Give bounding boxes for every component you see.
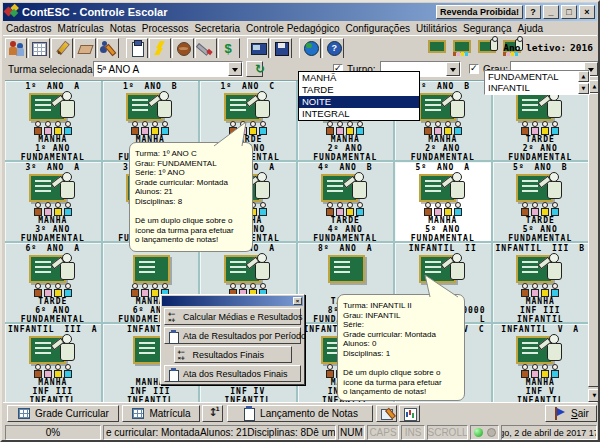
tooltip-turma-1anoC: Turma: 1º ANO CGrau: FUNDAMENTALSérie: 1… — [129, 142, 253, 252]
menu-item-controle-pedagogico[interactable]: Controle Pedagógico — [243, 23, 342, 34]
lancamento-de-notas-button[interactable]: Lançamento de Notas — [227, 405, 373, 422]
pencil-button[interactable] — [51, 38, 73, 59]
ata-de-resultados-por-periodo-button[interactable]: Ata de Resultados por Período — [164, 327, 301, 344]
student-icon — [44, 202, 52, 215]
turma-cell-5-ano-a[interactable]: 5º ANO AMANHÃ5º ANOFUNDAMENTAL — [395, 162, 491, 241]
student-icon — [34, 121, 42, 134]
menu-item-notas[interactable]: Notas — [107, 23, 139, 34]
students-row — [493, 364, 589, 378]
menu-item-matriculas[interactable]: Matrículas — [55, 23, 107, 34]
students-row — [395, 202, 491, 216]
reports-button[interactable] — [399, 405, 420, 422]
chevron-down-icon[interactable] — [228, 62, 242, 76]
tooltip-line: Disciplinas: 1 — [343, 349, 459, 359]
turma-cell-1-ano-a[interactable]: 1º ANO AMANHÃ1º ANOFUNDAMENTAL — [5, 81, 101, 160]
chalkboard-icon — [133, 255, 170, 283]
menu-item-seguranca[interactable]: Segurança — [460, 23, 514, 34]
grade-curricular-button[interactable]: Grade Curricular — [7, 405, 119, 422]
person-edit-button[interactable] — [97, 38, 119, 59]
sair-button[interactable]: Sair — [545, 405, 597, 422]
toolbox-title-bar[interactable]: × — [162, 296, 303, 306]
turma-cell-infantil-iii-a[interactable]: INFANTIL III AMANHÃINF IIIINFANTIL — [5, 324, 101, 403]
lightning-button[interactable] — [149, 38, 171, 59]
student-icon — [54, 364, 62, 377]
menu-item-configuracoes[interactable]: Configurações — [343, 23, 413, 34]
revenda-proibida-button[interactable]: Revenda Proibida! — [436, 5, 523, 19]
student-icon — [424, 202, 432, 215]
scrollbar-thumb[interactable] — [588, 93, 600, 387]
turno-option-tarde[interactable]: TARDE — [299, 84, 419, 96]
menu-item-cadastros[interactable]: Cadastros — [3, 23, 55, 34]
turno-option-manha[interactable]: MANHÃ — [299, 72, 419, 84]
matricula-button[interactable]: Matrícula — [122, 405, 200, 422]
turma-cell-4-ano-b[interactable]: 4º ANO BTARDE4º ANOFUNDAMENTAL — [298, 162, 394, 241]
ata-dos-resultados-finais-button[interactable]: Ata dos Resultados Finais — [164, 365, 301, 382]
tooltip-line: Dê um duplo clique sobre o — [135, 216, 247, 226]
turma-combobox[interactable]: 5ª ANO A — [93, 61, 243, 77]
turno-option-integral[interactable]: INTEGRAL — [299, 108, 419, 120]
person-edit-icon — [100, 40, 117, 57]
world-button[interactable] — [299, 38, 321, 59]
grau-option-fundamental[interactable]: FUNDAMENTAL — [485, 71, 578, 82]
maximize-button[interactable]: □ — [561, 5, 577, 19]
clipboard-icon — [242, 407, 256, 420]
tooltip-tail — [208, 120, 250, 147]
student-icon — [356, 121, 364, 134]
eraser-button[interactable] — [74, 38, 96, 59]
menu-item-secretaria[interactable]: Secretaria — [192, 23, 244, 34]
grau-list-scrollbar[interactable]: ▲ ▼ — [578, 71, 589, 94]
student-icon — [521, 202, 529, 215]
menu-item-utilitarios[interactable]: Utilitários — [413, 23, 460, 34]
menu-item-ajuda[interactable]: Ajuda — [514, 23, 546, 34]
clipboard-button[interactable] — [126, 38, 148, 59]
ins-indicator: INS — [401, 425, 425, 440]
turma-cell-line: TARDE — [298, 216, 394, 225]
help-button[interactable] — [322, 38, 344, 59]
menu-item-processos[interactable]: Processos — [139, 23, 192, 34]
close-button[interactable]: × — [579, 5, 595, 19]
turma-cell-6-ano-a[interactable]: 6º ANO ATARDE6º ANOFUNDAMENTAL — [5, 243, 101, 322]
lancamento-label: Lançamento de Notas — [260, 408, 358, 419]
globe-brown-button[interactable] — [172, 38, 194, 59]
teacher-body — [60, 181, 75, 199]
chevron-down-icon[interactable] — [446, 62, 460, 76]
resultados-finais-button[interactable]: Resultados Finais — [174, 346, 292, 363]
menu-bar: CadastrosMatrículasNotasProcessosSecreta… — [3, 21, 597, 35]
table-button[interactable] — [28, 38, 50, 59]
grid-scrollbar[interactable]: ▲ ▼ — [588, 80, 600, 402]
turma-cell-line: MANHÃ — [5, 216, 101, 225]
brush-button[interactable] — [195, 38, 217, 59]
help-titlebar-button[interactable]: ? — [525, 5, 541, 19]
save-button[interactable] — [270, 38, 292, 59]
people-icon — [8, 40, 25, 57]
turma-cell-infantil-v-a[interactable]: INFANTIL V AMANHÃINF VINFANTIL — [493, 324, 589, 403]
grau-checkbox[interactable] — [469, 64, 479, 74]
turno-option-noite[interactable]: NOITE — [299, 96, 419, 108]
app-window: ContESC - Controle Escolar Revenda Proib… — [0, 0, 600, 442]
grau-option-infantil[interactable]: INFANTIL — [485, 82, 578, 93]
board-teacher-icon — [513, 92, 567, 120]
turma-cell-infantil-iii-b[interactable]: INFANTIL III BMANHÃINF IIIINFANTIL — [493, 243, 589, 322]
dollar-button[interactable] — [218, 38, 240, 59]
turma-cell-label: 6º ANO A — [25, 244, 80, 254]
student-icon — [444, 202, 452, 215]
sort-button[interactable] — [202, 405, 223, 422]
student-icon — [64, 121, 72, 134]
calcular-medias-e-resultados-button[interactable]: Calcular Médias e Resultados — [164, 308, 301, 325]
scroll-down-icon[interactable]: ▼ — [578, 83, 589, 94]
minimize-button[interactable]: _ — [543, 5, 559, 19]
quick-edit-button[interactable] — [376, 405, 397, 422]
students-row — [298, 202, 394, 216]
turma-cell-5-ano-b[interactable]: 5º ANO BTARDE5º ANOFUNDAMENTAL — [493, 162, 589, 241]
scroll-down-icon[interactable]: ▼ — [588, 389, 600, 402]
people-button[interactable] — [5, 38, 27, 59]
tooltip-turma-lines: Turma: 1º ANO CGrau: FUNDAMENTALSérie: 1… — [135, 149, 247, 245]
close-icon[interactable]: × — [293, 297, 302, 305]
refresh-button[interactable] — [246, 61, 263, 77]
calculator-button[interactable] — [247, 38, 269, 59]
grid-icon — [131, 407, 145, 420]
tooltip-line — [135, 207, 247, 217]
scroll-up-icon[interactable]: ▲ — [578, 71, 589, 82]
turma-cell-line: FUNDAMENTAL — [298, 234, 394, 241]
turma-cell-3-ano-a[interactable]: 3º ANO AMANHÃ3º ANOFUNDAMENTAL — [5, 162, 101, 241]
